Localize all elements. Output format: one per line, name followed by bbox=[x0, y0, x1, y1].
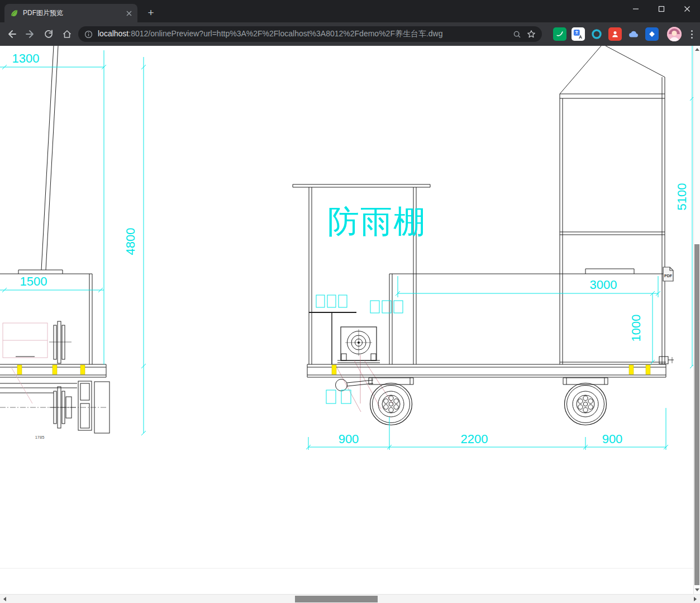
forward-icon[interactable] bbox=[24, 28, 36, 40]
profile-avatar[interactable] bbox=[667, 27, 682, 41]
vertical-scrollbar[interactable] bbox=[693, 46, 700, 594]
pdf-widget-label: PDF bbox=[664, 274, 673, 278]
scroll-right-icon[interactable] bbox=[691, 595, 700, 603]
page-info-icon[interactable] bbox=[84, 30, 93, 39]
browser-menu-icon[interactable] bbox=[687, 27, 697, 41]
cloud-extension-icon[interactable] bbox=[627, 27, 640, 41]
url-host: localhost bbox=[98, 29, 128, 38]
dim-label-1500: 1500 bbox=[20, 274, 47, 288]
nav-buttons bbox=[6, 22, 73, 46]
active-tab[interactable]: PDF图片预览 bbox=[4, 4, 137, 22]
horizontal-scrollbar[interactable] bbox=[0, 594, 700, 603]
reload-icon[interactable] bbox=[42, 28, 55, 40]
dimension-lines bbox=[0, 46, 693, 450]
window-close-button[interactable] bbox=[674, 0, 700, 18]
left-view-geometry bbox=[0, 46, 109, 433]
extension-icon-3[interactable] bbox=[608, 27, 622, 41]
home-icon[interactable] bbox=[61, 28, 73, 40]
dim-label-1300: 1300 bbox=[12, 51, 40, 65]
dim-label-small-note: 1785 bbox=[35, 435, 45, 440]
dim-label-1000: 1000 bbox=[629, 315, 643, 342]
horizontal-scrollbar-thumb[interactable] bbox=[295, 596, 378, 602]
cad-drawing: 1300 4800 1500 防雨棚 5100 3000 1000 900 22… bbox=[0, 46, 693, 594]
back-icon[interactable] bbox=[6, 28, 18, 40]
shelter-label: 防雨棚 bbox=[327, 203, 426, 240]
dim-label-5100: 5100 bbox=[675, 183, 689, 211]
pdf-widget-icon[interactable]: PDF bbox=[662, 267, 674, 282]
dim-label-4800: 4800 bbox=[123, 228, 137, 255]
leaf-favicon-icon bbox=[10, 9, 18, 17]
tab-title: PDF图片预览 bbox=[23, 8, 122, 18]
vertical-scrollbar-thumb[interactable] bbox=[694, 244, 699, 585]
translate-extension-icon[interactable] bbox=[572, 27, 585, 41]
main-deck-geometry bbox=[307, 364, 666, 391]
browser-window: PDF图片预览 + bbox=[0, 0, 700, 603]
scroll-left-icon[interactable] bbox=[0, 595, 9, 603]
extensions-area bbox=[553, 22, 697, 46]
tab-bar: PDF图片预览 + bbox=[0, 0, 700, 22]
extension-icon-4[interactable] bbox=[645, 27, 659, 41]
url-text: localhost:8012/onlinePreview?url=http%3A… bbox=[98, 29, 508, 39]
address-bar[interactable]: localhost:8012/onlinePreview?url=http%3A… bbox=[78, 26, 542, 42]
dim-label-2200: 2200 bbox=[461, 432, 488, 446]
browser-toolbar: localhost:8012/onlinePreview?url=http%3A… bbox=[0, 22, 700, 46]
highlight-marks bbox=[17, 365, 650, 374]
scroll-up-icon[interactable] bbox=[694, 46, 700, 53]
bookmark-star-icon[interactable] bbox=[526, 29, 536, 39]
dim-label-3000: 3000 bbox=[590, 278, 617, 292]
scroll-down-icon[interactable] bbox=[694, 586, 700, 593]
url-path: :8012/onlinePreview?url=http%3A%2F%2Floc… bbox=[128, 29, 442, 38]
dim-label-900-left: 900 bbox=[339, 432, 359, 446]
page-content: 1300 4800 1500 防雨棚 5100 3000 1000 900 22… bbox=[0, 46, 700, 594]
dim-label-900-right: 900 bbox=[602, 432, 623, 446]
extension-icon-1[interactable] bbox=[553, 27, 566, 41]
extension-icon-2[interactable] bbox=[590, 27, 603, 41]
wheel-right-geometry bbox=[563, 378, 608, 425]
left-view-hidden-lines bbox=[3, 323, 47, 403]
new-tab-button[interactable]: + bbox=[144, 6, 158, 20]
zoom-icon[interactable] bbox=[512, 30, 522, 39]
window-controls bbox=[623, 0, 700, 18]
motor-geometry bbox=[337, 327, 380, 363]
window-minimize-button[interactable] bbox=[623, 0, 649, 18]
tab-close-icon[interactable] bbox=[126, 11, 132, 16]
window-maximize-button[interactable] bbox=[649, 0, 674, 18]
